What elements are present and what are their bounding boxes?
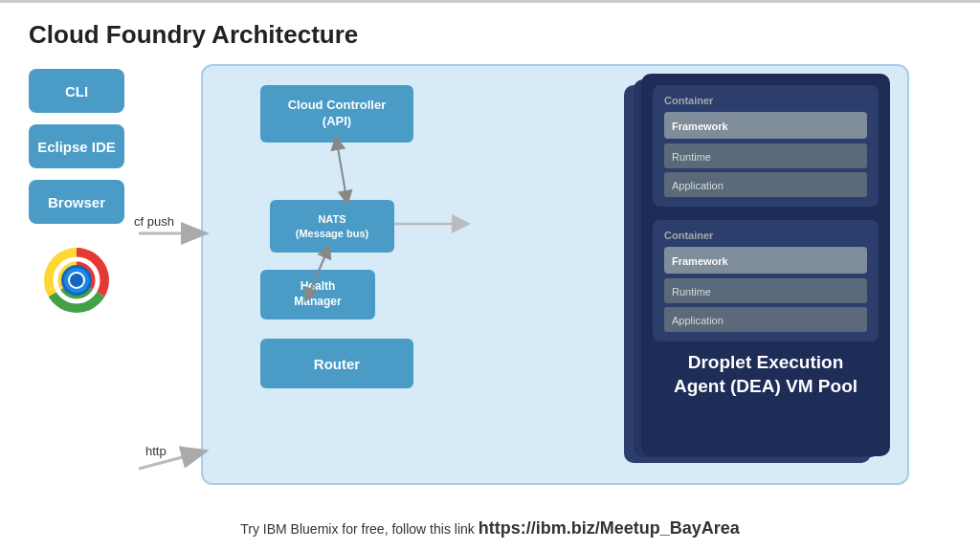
nats-label: NATS(Message bus)	[296, 212, 368, 240]
runtime-1-box: Runtime	[664, 143, 867, 168]
browser-box: Browser	[29, 180, 124, 224]
dea-text: Droplet ExecutionAgent (DEA) VM Pool	[674, 352, 858, 396]
container-1-label: Container	[664, 95, 867, 106]
eclipse-label: Eclipse IDE	[37, 139, 116, 155]
framework-1-label: Framework	[672, 121, 728, 132]
cloud-controller-label: Cloud Controller(API)	[288, 98, 387, 130]
page-title: Cloud Foundry Architecture	[0, 3, 980, 59]
app-1-label: Application	[672, 180, 724, 191]
framework-2-box: Framework	[664, 247, 867, 274]
container-2: Container Framework Runtime Application	[653, 220, 879, 341]
dea-main-box: Container Framework Runtime Application …	[641, 74, 890, 456]
footer: Try IBM Bluemix for free, follow this li…	[0, 518, 980, 539]
chrome-icon	[43, 247, 110, 314]
cloud-controller-box: Cloud Controller(API)	[260, 85, 413, 143]
runtime-2-box: Runtime	[664, 278, 867, 303]
nats-box: NATS(Message bus)	[270, 200, 394, 253]
health-manager-label: HealthManager	[294, 279, 341, 309]
cli-box: CLI	[29, 69, 124, 113]
runtime-2-label: Runtime	[672, 286, 711, 297]
app-2-box: Application	[664, 307, 867, 332]
cf-main-box: Cloud Controller(API) NATS(Message bus) …	[201, 64, 909, 485]
container-1: Container Framework Runtime Application	[653, 85, 879, 207]
cf-push-label: cf push	[134, 214, 174, 229]
eclipse-box: Eclipse IDE	[29, 124, 124, 168]
health-manager-box: HealthManager	[260, 270, 375, 319]
dea-label: Droplet ExecutionAgent (DEA) VM Pool	[653, 351, 879, 398]
container-2-label: Container	[664, 230, 867, 241]
diagram-area: CLI Eclipse IDE Browser	[0, 59, 980, 499]
router-label: Router	[314, 356, 360, 372]
framework-1-box: Framework	[664, 112, 867, 139]
router-box: Router	[260, 339, 413, 388]
framework-2-label: Framework	[672, 255, 728, 267]
runtime-1-label: Runtime	[672, 151, 711, 163]
inner-components: Cloud Controller(API) NATS(Message bus) …	[260, 85, 413, 388]
footer-text: Try IBM Bluemix for free, follow this li…	[240, 521, 475, 537]
cli-label: CLI	[65, 83, 88, 99]
http-label: http	[145, 444, 167, 458]
footer-link: https://ibm.biz/Meetup_BayArea	[479, 518, 740, 538]
app-2-label: Application	[672, 315, 724, 326]
svg-point-5	[70, 274, 83, 287]
app-1-box: Application	[664, 172, 867, 197]
clients-column: CLI Eclipse IDE Browser	[29, 69, 124, 314]
browser-label: Browser	[48, 194, 105, 210]
